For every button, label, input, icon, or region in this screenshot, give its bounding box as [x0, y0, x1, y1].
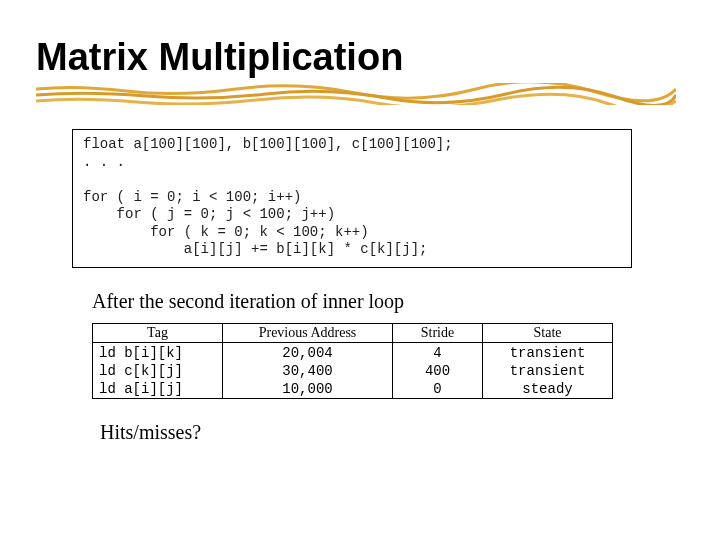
table-row: ld b[i][k] 20,004 4 transient: [93, 344, 613, 362]
table-header-row: Tag Previous Address Stride State: [93, 323, 613, 342]
table-header-stride: Stride: [393, 323, 483, 342]
cell-state: transient: [483, 344, 613, 362]
table-header-tag: Tag: [93, 323, 223, 342]
table-row: ld c[k][j] 30,400 400 transient: [93, 362, 613, 380]
cell-stride: 4: [393, 344, 483, 362]
code-line-6: a[i][j] += b[i][k] * c[k][j];: [83, 241, 427, 257]
cell-tag: ld a[i][j]: [93, 380, 223, 399]
question-text: Hits/misses?: [100, 421, 720, 444]
code-line-4: for ( j = 0; j < 100; j++): [83, 206, 335, 222]
title-underline-decoration: [36, 83, 676, 105]
table-header-prev-addr: Previous Address: [223, 323, 393, 342]
code-line-3: for ( i = 0; i < 100; i++): [83, 189, 301, 205]
code-block: float a[100][100], b[100][100], c[100][1…: [72, 129, 632, 268]
cell-addr: 20,004: [223, 344, 393, 362]
cell-state: transient: [483, 362, 613, 380]
code-line-5: for ( k = 0; k < 100; k++): [83, 224, 369, 240]
code-line-1: float a[100][100], b[100][100], c[100][1…: [83, 136, 453, 152]
cell-tag: ld b[i][k]: [93, 344, 223, 362]
caption-text: After the second iteration of inner loop: [92, 290, 720, 313]
cell-addr: 10,000: [223, 380, 393, 399]
cell-tag: ld c[k][j]: [93, 362, 223, 380]
slide-title: Matrix Multiplication: [0, 0, 720, 79]
table-header-state: State: [483, 323, 613, 342]
table-row: ld a[i][j] 10,000 0 steady: [93, 380, 613, 399]
cell-state: steady: [483, 380, 613, 399]
stride-table: Tag Previous Address Stride State ld b[i…: [92, 323, 613, 400]
code-line-2: . . .: [83, 154, 125, 170]
cell-stride: 0: [393, 380, 483, 399]
cell-addr: 30,400: [223, 362, 393, 380]
cell-stride: 400: [393, 362, 483, 380]
